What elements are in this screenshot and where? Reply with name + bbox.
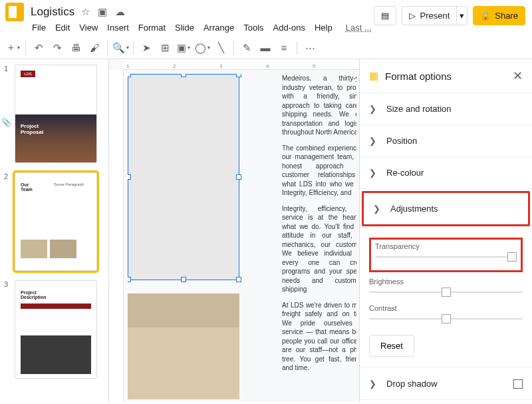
- section-recolour[interactable]: ❯ Re-colour: [360, 157, 532, 189]
- present-dropdown[interactable]: ▾: [456, 6, 467, 25]
- section-position[interactable]: ❯ Position: [360, 125, 532, 157]
- select-tool[interactable]: ➤: [138, 39, 155, 57]
- menu-arrange[interactable]: Arrange: [203, 23, 234, 33]
- slide-canvas[interactable]: 12345 Medeiros, a thirty-year industry v…: [109, 59, 359, 402]
- slide-thumbnail-1[interactable]: LDS Project Proposal: [15, 65, 97, 163]
- slides-app-icon: [5, 3, 24, 21]
- menu-slide[interactable]: Slide: [175, 23, 194, 33]
- attachment-icon: 📎: [1, 118, 11, 127]
- close-icon[interactable]: ✕: [513, 69, 523, 83]
- drop-shadow-checkbox[interactable]: [513, 379, 523, 389]
- format-options-panel: ▦ Format options ✕ ❯ Size and rotation ❯…: [359, 59, 532, 402]
- menu-edit[interactable]: Edit: [55, 23, 70, 33]
- chevron-right-icon: ❯: [369, 168, 377, 178]
- chevron-right-icon: ❯: [369, 136, 377, 146]
- comment-icon: ▤: [381, 11, 389, 21]
- slide-thumbnails: 📎 1 LDS Project Proposal 2 Our Team Some…: [0, 59, 109, 402]
- redo-button[interactable]: ↷: [49, 39, 66, 57]
- textbox-tool[interactable]: ⊞: [156, 39, 174, 57]
- border-button[interactable]: ≡: [275, 39, 293, 57]
- comments-button[interactable]: ▤: [374, 6, 396, 25]
- mask-button[interactable]: ▬: [257, 39, 274, 57]
- section-drop-shadow[interactable]: ❯ Drop shadow: [360, 368, 532, 400]
- shape-tool[interactable]: ◯: [194, 39, 211, 57]
- slide-body-text: Medeiros, a thirty-year industry veteran…: [282, 74, 356, 379]
- chevron-down-icon: ❯: [373, 204, 381, 214]
- play-icon: ▷: [409, 11, 416, 21]
- zoom-button[interactable]: 🔍: [112, 39, 129, 57]
- paint-format-button[interactable]: 🖌: [86, 39, 103, 57]
- section-reflection[interactable]: ❯ Reflection: [360, 400, 532, 402]
- toolbar: ＋ ↶ ↷ 🖶 🖌 🔍 ➤ ⊞ ▣ ◯ ╲ ✎ ▬ ≡ ⋯: [0, 37, 532, 59]
- image-tool[interactable]: ▣: [175, 39, 192, 57]
- line-tool[interactable]: ╲: [212, 39, 229, 57]
- chevron-right-icon: ❯: [369, 379, 377, 389]
- contrast-label: Contrast: [369, 304, 523, 312]
- adjustments-body: Transparency Brightness Contrast Reset: [360, 228, 532, 368]
- menu-help[interactable]: Help: [315, 23, 332, 33]
- move-icon[interactable]: ▣: [98, 6, 107, 18]
- menu-format[interactable]: Format: [138, 23, 166, 33]
- section-size-rotation[interactable]: ❯ Size and rotation: [360, 93, 532, 125]
- contrast-slider[interactable]: [369, 312, 523, 325]
- new-slide-button[interactable]: ＋: [4, 39, 21, 57]
- lock-icon: 🔒: [480, 11, 491, 21]
- share-button[interactable]: 🔒Share: [473, 6, 525, 25]
- brightness-slider[interactable]: [369, 286, 523, 299]
- ruler-horizontal: 12345: [124, 59, 359, 70]
- panel-title: Format options: [385, 71, 452, 82]
- crop-button[interactable]: ✎: [238, 39, 255, 57]
- menu-tools[interactable]: Tools: [243, 23, 263, 33]
- menu-insert[interactable]: Insert: [107, 23, 129, 33]
- menu-addons[interactable]: Add-ons: [273, 23, 305, 33]
- document-title[interactable]: Logistics: [31, 5, 74, 19]
- format-options-icon: ▦: [369, 70, 378, 82]
- undo-button[interactable]: ↶: [30, 39, 47, 57]
- print-button[interactable]: 🖶: [67, 39, 84, 57]
- more-button[interactable]: ⋯: [301, 39, 319, 57]
- menu-view[interactable]: View: [79, 23, 98, 33]
- slide-image-2[interactable]: [128, 294, 239, 399]
- ruler-vertical: [109, 70, 124, 402]
- chevron-right-icon: ❯: [369, 104, 377, 114]
- brightness-label: Brightness: [369, 278, 523, 286]
- transparency-label: Transparency: [375, 242, 517, 250]
- menu-file[interactable]: File: [32, 23, 46, 33]
- slide-thumbnail-2[interactable]: Our Team Some Paragraph: [15, 172, 97, 271]
- cloud-icon: ☁: [115, 6, 125, 18]
- present-button[interactable]: ▷Present: [402, 6, 456, 25]
- last-edit[interactable]: Last ...: [346, 23, 372, 33]
- section-adjustments[interactable]: ❯ Adjustments: [362, 191, 530, 226]
- selected-image[interactable]: [128, 74, 239, 280]
- reset-button[interactable]: Reset: [369, 335, 414, 357]
- transparency-slider[interactable]: [375, 250, 517, 264]
- slide-thumbnail-3[interactable]: Project Description: [15, 280, 97, 379]
- star-icon[interactable]: ☆: [81, 6, 90, 18]
